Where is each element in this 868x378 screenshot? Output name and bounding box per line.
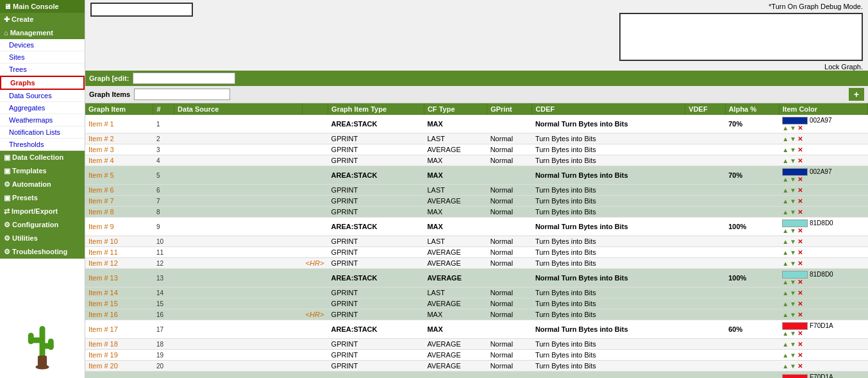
- graph-item-link[interactable]: Item # 3: [88, 146, 114, 153]
- move-down-button[interactable]: ▼: [790, 227, 796, 234]
- delete-button[interactable]: ✕: [797, 341, 803, 348]
- delete-button[interactable]: ✕: [797, 198, 803, 205]
- graph-item-link[interactable]: Item # 4: [88, 157, 114, 164]
- move-down-button[interactable]: ▼: [790, 157, 796, 164]
- graph-edit-input[interactable]: [133, 73, 235, 84]
- move-up-button[interactable]: ▲: [782, 198, 789, 205]
- sidebar-item-devices[interactable]: Devices: [0, 39, 85, 51]
- move-up-button[interactable]: ▲: [782, 125, 789, 132]
- move-up-button[interactable]: ▲: [782, 135, 789, 142]
- move-down-button[interactable]: ▼: [790, 352, 796, 359]
- search-input[interactable]: [90, 3, 193, 17]
- graph-item-link[interactable]: Item # 16: [88, 311, 118, 318]
- graph-item-link[interactable]: Item # 2: [88, 135, 114, 142]
- sidebar-item-notification-lists[interactable]: Notification Lists: [0, 126, 85, 139]
- delete-button[interactable]: ✕: [797, 260, 803, 267]
- move-down-button[interactable]: ▼: [790, 289, 796, 296]
- graph-item-link[interactable]: Item # 18: [88, 340, 118, 348]
- move-up-button[interactable]: ▲: [782, 260, 789, 267]
- move-up-button[interactable]: ▲: [782, 176, 789, 183]
- sidebar-presets[interactable]: ▣ Presets: [0, 191, 85, 205]
- delete-button[interactable]: ✕: [797, 187, 803, 194]
- sidebar-data-collection[interactable]: ▣ Data Collection: [0, 151, 85, 164]
- move-down-button[interactable]: ▼: [790, 279, 796, 286]
- sidebar-item-sites[interactable]: Sites: [0, 51, 85, 64]
- move-up-button[interactable]: ▲: [782, 249, 789, 256]
- move-down-button[interactable]: ▼: [790, 187, 796, 194]
- move-down-button[interactable]: ▼: [790, 198, 796, 205]
- move-down-button[interactable]: ▼: [790, 209, 796, 216]
- graph-item-link[interactable]: Item # 1: [88, 120, 114, 128]
- graph-item-link[interactable]: Item # 20: [88, 362, 118, 370]
- graph-item-link[interactable]: Item # 19: [88, 351, 118, 359]
- sidebar-troubleshooting[interactable]: ⚙ Troubleshooting: [0, 245, 85, 259]
- delete-button[interactable]: ✕: [797, 125, 803, 132]
- graph-item-link[interactable]: Item # 17: [88, 325, 118, 333]
- sidebar-create[interactable]: ✚ Create: [0, 13, 85, 26]
- delete-button[interactable]: ✕: [797, 311, 803, 318]
- delete-button[interactable]: ✕: [797, 300, 803, 307]
- sidebar-item-aggregates[interactable]: Aggregates: [0, 102, 85, 114]
- sidebar-main-console[interactable]: 🖥 Main Console: [0, 0, 85, 13]
- sidebar-item-data-sources[interactable]: Data Sources: [0, 90, 85, 102]
- graph-item-link[interactable]: Item # 12: [88, 259, 118, 267]
- move-up-button[interactable]: ▲: [782, 209, 789, 216]
- move-up-button[interactable]: ▲: [782, 341, 789, 348]
- move-down-button[interactable]: ▼: [790, 300, 796, 307]
- graph-item-link[interactable]: Item # 8: [88, 208, 114, 216]
- delete-button[interactable]: ✕: [797, 227, 803, 234]
- graph-item-link[interactable]: Item # 13: [88, 274, 118, 282]
- graph-item-link[interactable]: Item # 9: [88, 223, 114, 230]
- delete-button[interactable]: ✕: [797, 279, 803, 286]
- sidebar-item-weathermaps[interactable]: Weathermaps: [0, 114, 85, 126]
- graph-item-link[interactable]: Item # 15: [88, 300, 118, 307]
- graph-item-link[interactable]: Item # 11: [88, 248, 118, 256]
- move-up-button[interactable]: ▲: [782, 146, 789, 153]
- move-up-button[interactable]: ▲: [782, 227, 789, 234]
- move-up-button[interactable]: ▲: [782, 238, 789, 245]
- add-graph-item-button[interactable]: +: [849, 88, 864, 101]
- move-down-button[interactable]: ▼: [790, 363, 796, 370]
- move-up-button[interactable]: ▲: [782, 289, 789, 296]
- delete-button[interactable]: ✕: [797, 135, 803, 142]
- move-down-button[interactable]: ▼: [790, 146, 796, 153]
- graph-item-link[interactable]: Item # 6: [88, 186, 114, 194]
- graph-item-link[interactable]: Item # 7: [88, 197, 114, 205]
- move-down-button[interactable]: ▼: [790, 135, 796, 142]
- move-up-button[interactable]: ▲: [782, 157, 789, 164]
- move-up-button[interactable]: ▲: [782, 300, 789, 307]
- sidebar-item-thresholds[interactable]: Thresholds: [0, 139, 85, 151]
- move-down-button[interactable]: ▼: [790, 125, 796, 132]
- delete-button[interactable]: ✕: [797, 238, 803, 245]
- graph-item-link[interactable]: Item # 14: [88, 289, 118, 296]
- sidebar-templates[interactable]: ▣ Templates: [0, 164, 85, 178]
- move-down-button[interactable]: ▼: [790, 260, 796, 267]
- move-down-button[interactable]: ▼: [790, 330, 796, 337]
- move-up-button[interactable]: ▲: [782, 279, 789, 286]
- graph-item-link[interactable]: Item # 10: [88, 237, 118, 245]
- move-up-button[interactable]: ▲: [782, 363, 789, 370]
- graph-item-link[interactable]: Item # 5: [88, 171, 114, 179]
- move-down-button[interactable]: ▼: [790, 249, 796, 256]
- move-down-button[interactable]: ▼: [790, 341, 796, 348]
- move-down-button[interactable]: ▼: [790, 176, 796, 183]
- sidebar-item-trees[interactable]: Trees: [0, 64, 85, 76]
- graph-items-input[interactable]: [134, 89, 230, 100]
- sidebar-import-export[interactable]: ⇄ Import/Export: [0, 205, 85, 218]
- delete-button[interactable]: ✕: [797, 249, 803, 256]
- move-up-button[interactable]: ▲: [782, 330, 789, 337]
- move-down-button[interactable]: ▼: [790, 238, 796, 245]
- move-down-button[interactable]: ▼: [790, 311, 796, 318]
- delete-button[interactable]: ✕: [797, 352, 803, 359]
- delete-button[interactable]: ✕: [797, 146, 803, 153]
- delete-button[interactable]: ✕: [797, 330, 803, 337]
- move-up-button[interactable]: ▲: [782, 311, 789, 318]
- move-up-button[interactable]: ▲: [782, 352, 789, 359]
- sidebar-management[interactable]: ⌂ Management: [0, 26, 85, 39]
- delete-button[interactable]: ✕: [797, 209, 803, 216]
- delete-button[interactable]: ✕: [797, 363, 803, 370]
- sidebar-automation[interactable]: ⚙ Automation: [0, 178, 85, 191]
- delete-button[interactable]: ✕: [797, 289, 803, 296]
- move-up-button[interactable]: ▲: [782, 187, 789, 194]
- delete-button[interactable]: ✕: [797, 157, 803, 164]
